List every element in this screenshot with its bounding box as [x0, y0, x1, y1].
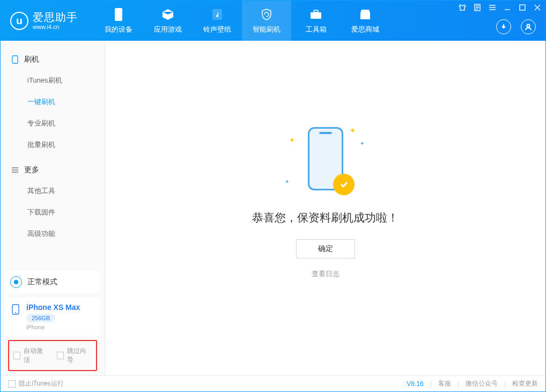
status-card[interactable]: 正常模式 — [5, 271, 100, 293]
nav-device[interactable]: 我的设备 — [94, 1, 143, 41]
nav-flash[interactable]: 智能刷机 — [242, 1, 291, 41]
view-log-link[interactable]: 查看日志 — [312, 269, 340, 279]
svg-point-9 — [15, 312, 16, 313]
main-content: ✦ ✦ ✦ ✦ 恭喜您，保资料刷机成功啦！ 确定 查看日志 — [105, 41, 545, 375]
app-body: 刷机 iTunes刷机 一键刷机 专业刷机 批量刷机 更多 其他工具 下载固件 … — [1, 41, 545, 375]
nav-apps[interactable]: 应用游戏 — [143, 1, 193, 41]
footer-link-update[interactable]: 检查更新 — [512, 379, 538, 388]
checkbox-icon — [57, 352, 64, 359]
success-message: 恭喜您，保资料刷机成功啦！ — [252, 210, 399, 225]
shirt-icon[interactable] — [458, 3, 467, 12]
check-icon — [333, 174, 355, 195]
user-button[interactable] — [521, 19, 536, 34]
version-label: V8.16 — [407, 380, 423, 388]
success-illustration: ✦ ✦ ✦ ✦ — [283, 121, 368, 196]
block-itunes-checkbox[interactable]: 阻止iTunes运行 — [8, 379, 64, 388]
footer: 阻止iTunes运行 V8.16 | 客服 | 微信公众号 | 检查更新 — [1, 375, 545, 391]
sidebar-item-itunes[interactable]: iTunes刷机 — [1, 70, 105, 91]
sidebar-item-other[interactable]: 其他工具 — [1, 180, 105, 202]
device-card[interactable]: iPhone XS Max 256GB iPhone — [5, 298, 100, 336]
app-title: 爱思助手 — [33, 11, 78, 24]
footer-link-wechat[interactable]: 微信公众号 — [466, 379, 498, 388]
status-label: 正常模式 — [27, 277, 57, 287]
svg-rect-0 — [115, 8, 122, 21]
nav-tools[interactable]: 工具箱 — [291, 1, 341, 41]
device-type: iPhone — [26, 324, 80, 330]
nav-store[interactable]: 爱思商城 — [341, 1, 390, 41]
store-icon — [358, 8, 372, 21]
svg-rect-3 — [314, 10, 318, 12]
logo-icon: u — [10, 12, 28, 30]
option-row: 自动激活 跳过向导 — [8, 340, 97, 371]
app-url: www.i4.cn — [33, 24, 78, 31]
ok-button[interactable]: 确定 — [296, 239, 355, 258]
top-nav: 我的设备 应用游戏 铃声壁纸 智能刷机 工具箱 爱思商城 — [94, 1, 390, 41]
checkbox-icon — [13, 352, 20, 359]
sidebar-item-oneclick[interactable]: 一键刷机 — [1, 91, 105, 113]
sidebar-item-pro[interactable]: 专业刷机 — [1, 113, 105, 134]
device-icon — [10, 304, 21, 315]
window-controls — [458, 3, 542, 12]
sidebar-group-flash[interactable]: 刷机 — [1, 50, 105, 69]
nav-ring[interactable]: 铃声壁纸 — [193, 1, 242, 41]
phone-icon — [112, 8, 126, 21]
svg-point-6 — [527, 25, 530, 27]
sidebar-item-advanced[interactable]: 高级功能 — [1, 223, 105, 245]
menu-icon[interactable] — [488, 3, 497, 12]
device-storage: 256GB — [26, 314, 55, 322]
auto-activate-checkbox[interactable]: 自动激活 — [13, 346, 48, 365]
header-actions — [496, 19, 536, 34]
footer-link-support[interactable]: 客服 — [438, 379, 451, 388]
phone-outline-icon — [11, 56, 19, 63]
sidebar-item-firmware[interactable]: 下载固件 — [1, 202, 105, 223]
device-name: iPhone XS Max — [26, 303, 80, 312]
sync-icon — [260, 8, 274, 21]
toolbox-icon — [309, 8, 323, 21]
sidebar: 刷机 iTunes刷机 一键刷机 专业刷机 批量刷机 更多 其他工具 下载固件 … — [1, 41, 105, 375]
svg-rect-2 — [311, 12, 321, 19]
maximize-button[interactable] — [518, 3, 527, 12]
svg-rect-1 — [212, 9, 222, 20]
logo[interactable]: u 爱思助手 www.i4.cn — [1, 1, 88, 41]
sidebar-item-batch[interactable]: 批量刷机 — [1, 134, 105, 156]
hamburger-icon — [11, 166, 19, 174]
cube-icon — [161, 8, 175, 21]
checkbox-icon — [8, 380, 16, 388]
note-icon[interactable] — [473, 3, 482, 12]
app-header: u 爱思助手 www.i4.cn 我的设备 应用游戏 铃声壁纸 智能刷机 工具箱 — [1, 1, 545, 41]
svg-rect-5 — [520, 5, 525, 10]
minimize-button[interactable] — [503, 3, 512, 12]
music-icon — [210, 8, 224, 21]
download-button[interactable] — [496, 19, 511, 34]
status-icon — [10, 276, 22, 288]
sidebar-group-more[interactable]: 更多 — [1, 161, 105, 179]
skip-guide-checkbox[interactable]: 跳过向导 — [57, 346, 92, 365]
close-button[interactable] — [533, 3, 542, 12]
svg-rect-7 — [12, 56, 18, 63]
